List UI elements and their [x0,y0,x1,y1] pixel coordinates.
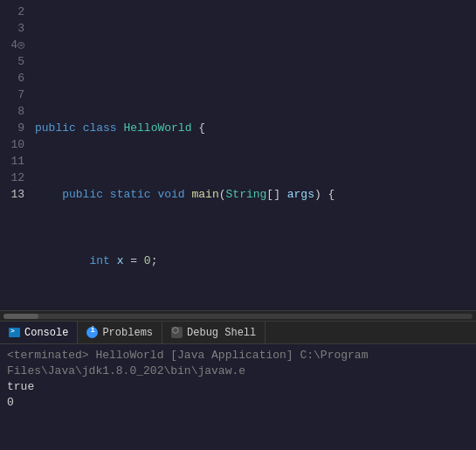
line-num-13: 13 [0,186,24,203]
console-output-line2: 0 [7,395,469,411]
line-num-9: 9 [0,120,24,136]
console-icon [9,328,20,337]
tab-console-label: Console [24,327,68,339]
scrollbar-thumb[interactable] [3,314,38,319]
line-num-10: 10 [0,136,24,153]
tab-debug-shell[interactable]: Debug Shell [162,322,266,343]
line-num-6: 6 [0,70,24,87]
scrollbar-track [3,314,473,319]
console-terminated-line: <terminated> HelloWorld [Java Applicatio… [7,348,469,379]
line-num-2: 2 [0,3,24,20]
code-line-4: public static void main(String[] args) { [35,186,476,203]
debug-icon [171,327,183,338]
line-num-11: 11 [0,153,24,170]
console-output: <terminated> HelloWorld [Java Applicatio… [0,344,476,450]
console-output-line1: true [7,379,469,395]
line-num-5: 5 [0,53,24,70]
line-num-12: 12 [0,170,24,186]
code-line-5: int x = 0; [35,253,476,269]
problems-icon [86,327,98,338]
line-num-7: 7 [0,87,24,103]
code-line-3: public class HelloWorld { [35,120,476,136]
line-num-4: 4◎ [0,37,24,53]
code-line-2 [35,53,476,70]
tab-problems-label: Problems [102,327,153,339]
editor-horizontal-scrollbar[interactable] [0,310,476,321]
bottom-panel: Console Problems Debug Shell <terminated… [0,321,476,450]
editor-area: 2 3 4◎ 5 6 7 8 9 10 11 12 13 public clas… [0,0,476,321]
tab-console[interactable]: Console [0,322,78,343]
line-num-3: 3 [0,20,24,37]
code-container: 2 3 4◎ 5 6 7 8 9 10 11 12 13 public clas… [0,0,476,310]
line-num-8: 8 [0,103,24,120]
tab-problems[interactable]: Problems [78,322,162,343]
line-numbers: 2 3 4◎ 5 6 7 8 9 10 11 12 13 [0,3,31,310]
tab-debug-shell-label: Debug Shell [187,327,256,339]
code-editor[interactable]: public class HelloWorld { public static … [31,3,476,310]
tab-bar: Console Problems Debug Shell [0,322,476,344]
